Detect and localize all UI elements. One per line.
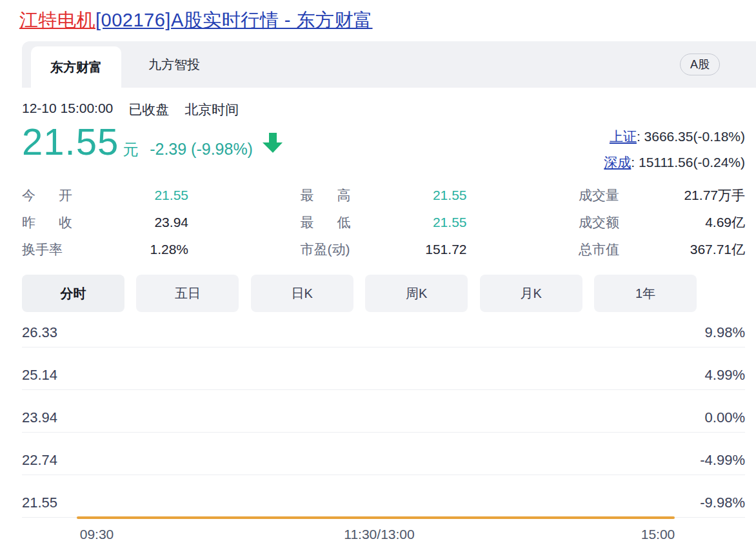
quote-datetime: 12-10 15:00:00: [22, 101, 113, 119]
index-separator: :: [637, 129, 644, 144]
chart-gridline-row: 21.55 -9.98%: [22, 475, 745, 518]
stat-market-cap: 总市值 367.71亿: [579, 236, 745, 263]
stat-value: 21.55: [433, 215, 467, 230]
y-axis-price-label: 22.74: [22, 452, 57, 469]
stat-label: 昨收: [22, 213, 72, 231]
stat-turnover-amount: 成交额 4.69亿: [579, 209, 745, 236]
tab-jiufangzhitou[interactable]: 九方智投: [121, 41, 227, 88]
price-unit: 元: [123, 139, 138, 160]
stat-label: 最高: [301, 186, 351, 204]
stat-value: 21.77万手: [684, 186, 745, 204]
y-axis-percent-label: 9.98%: [705, 324, 745, 341]
page-title: 江特电机[002176]A股实时行情 - 东方财富: [19, 8, 756, 34]
stat-label: 最低: [301, 213, 351, 231]
price-group: 21.55 元 -2.39 (-9.98%): [22, 122, 284, 162]
quote-row: 21.55 元 -2.39 (-9.98%) 上证: 3666.35(-0.18…: [22, 122, 745, 175]
y-axis-price-label: 25.14: [22, 367, 57, 384]
stat-value: 151.72: [425, 242, 466, 257]
market-badge-a-share[interactable]: A股: [680, 54, 720, 75]
stat-label: 市盈(动): [301, 240, 350, 259]
stat-value: 367.71亿: [690, 240, 745, 259]
index-separator: :: [631, 155, 639, 170]
y-axis-price-label: 21.55: [22, 494, 57, 511]
market-state: 已收盘: [128, 101, 169, 119]
stat-label: 换手率: [22, 240, 63, 259]
stat-value: 23.94: [154, 215, 188, 230]
shanghai-index-value: 3666.35(-0.18%): [644, 129, 745, 144]
quote-card: 12-10 15:00:00 已收盘 北京时间 21.55 元 -2.39 (-…: [22, 101, 745, 547]
y-axis-percent-label: 4.99%: [705, 367, 745, 384]
stats-grid: 今开 21.55 最高 21.55 成交量 21.77万手 昨收 23.94 最…: [22, 182, 745, 263]
timezone-label: 北京时间: [184, 101, 239, 119]
chart-gridline-row: 25.14 4.99%: [22, 347, 745, 390]
stat-turnover-rate: 换手率 1.28%: [22, 236, 188, 263]
chart-gridline-row: 22.74 -4.99%: [22, 433, 745, 475]
stat-value: 21.55: [154, 188, 188, 203]
status-row: 12-10 15:00:00 已收盘 北京时间: [22, 101, 745, 119]
shanghai-index-link[interactable]: 上证: [610, 129, 637, 144]
chart-x-axis: 09:30 11:30/13:00 15:00: [22, 518, 745, 547]
y-axis-percent-label: 0.00%: [705, 409, 745, 426]
chart-gridline-row: 23.94 0.00%: [22, 390, 745, 433]
current-price: 21.55: [22, 122, 119, 162]
stat-high: 最高 21.55: [301, 182, 467, 209]
stat-pe-ratio: 市盈(动) 151.72: [301, 236, 467, 263]
stat-low: 最低 21.55: [301, 209, 467, 236]
period-tab-5day[interactable]: 五日: [136, 275, 239, 312]
stat-value: 1.28%: [150, 242, 188, 257]
y-axis-percent-label: -9.98%: [700, 494, 745, 511]
stat-volume: 成交量 21.77万手: [579, 182, 745, 209]
period-tab-daily-k[interactable]: 日K: [251, 275, 353, 312]
x-tick-open: 09:30: [80, 527, 114, 542]
intraday-chart[interactable]: 26.33 9.98% 25.14 4.99% 23.94 0.00% 22.7…: [22, 312, 745, 518]
title-rest-link[interactable]: [002176]A股实时行情 - 东方财富: [95, 10, 373, 30]
chart-period-tabs: 分时 五日 日K 周K 月K 1年: [22, 275, 745, 312]
index-row-shanghai: 上证: 3666.35(-0.18%): [604, 124, 745, 150]
tab-dongfangcaifu[interactable]: 东方财富: [31, 46, 121, 88]
stat-today-open: 今开 21.55: [22, 182, 188, 209]
shenzhen-index-link[interactable]: 深成: [604, 155, 631, 170]
index-quotes: 上证: 3666.35(-0.18%) 深成: 15111.56(-0.24%): [604, 122, 745, 175]
x-tick-close: 15:00: [641, 527, 675, 542]
stat-value: 4.69亿: [705, 213, 745, 231]
chart-gridline-row: 26.33 9.98%: [22, 312, 745, 347]
period-tab-weekly-k[interactable]: 周K: [365, 275, 468, 312]
y-axis-price-label: 26.33: [22, 324, 57, 341]
down-arrow-icon: [262, 133, 284, 156]
x-tick-noon: 11:30/13:00: [344, 527, 414, 542]
stat-label: 成交量: [579, 186, 619, 204]
period-tab-intraday[interactable]: 分时: [22, 275, 124, 312]
period-tab-1year[interactable]: 1年: [594, 275, 697, 312]
price-change: -2.39 (-9.98%): [150, 140, 253, 159]
y-axis-percent-label: -4.99%: [700, 452, 745, 469]
title-stock-name-link[interactable]: 江特电机: [19, 10, 95, 30]
shenzhen-index-value: 15111.56(-0.24%): [639, 155, 745, 170]
stat-value: 21.55: [433, 188, 467, 203]
source-tabbar: 东方财富 九方智投 A股: [22, 41, 756, 88]
stat-prev-close: 昨收 23.94: [22, 209, 188, 236]
stat-label: 总市值: [579, 240, 619, 259]
stat-label: 成交额: [579, 213, 619, 231]
y-axis-price-label: 23.94: [22, 409, 57, 426]
period-tab-monthly-k[interactable]: 月K: [480, 275, 582, 312]
index-row-shenzhen: 深成: 15111.56(-0.24%): [604, 150, 745, 175]
stat-label: 今开: [22, 186, 72, 204]
